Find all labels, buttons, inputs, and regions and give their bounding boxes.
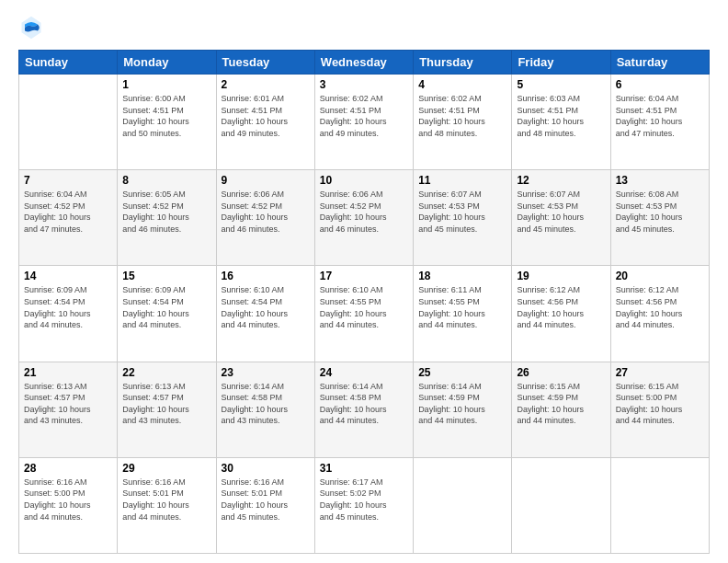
calendar-day-cell: 23Sunrise: 6:14 AM Sunset: 4:58 PM Dayli…: [216, 362, 314, 457]
day-number: 13: [616, 174, 704, 187]
calendar-day-cell: 17Sunrise: 6:10 AM Sunset: 4:55 PM Dayli…: [314, 266, 413, 362]
calendar-day-cell: 20Sunrise: 6:12 AM Sunset: 4:56 PM Dayli…: [610, 266, 709, 362]
day-number: 29: [122, 462, 210, 475]
page: SundayMondayTuesdayWednesdayThursdayFrid…: [0, 0, 728, 563]
calendar-body: 1Sunrise: 6:00 AM Sunset: 4:51 PM Daylig…: [19, 75, 710, 554]
day-detail: Sunrise: 6:13 AM Sunset: 4:57 PM Dayligh…: [122, 381, 210, 427]
day-detail: Sunrise: 6:09 AM Sunset: 4:54 PM Dayligh…: [24, 284, 112, 330]
day-number: 16: [222, 270, 310, 282]
calendar-day-cell: 26Sunrise: 6:15 AM Sunset: 4:59 PM Dayli…: [512, 362, 610, 457]
day-number: 3: [320, 78, 408, 91]
calendar-day-cell: 29Sunrise: 6:16 AM Sunset: 5:01 PM Dayli…: [118, 457, 216, 553]
day-number: 25: [418, 366, 506, 379]
logo-icon: [18, 15, 44, 40]
day-detail: Sunrise: 6:14 AM Sunset: 4:58 PM Dayligh…: [222, 381, 310, 427]
day-detail: Sunrise: 6:01 AM Sunset: 4:51 PM Dayligh…: [222, 93, 310, 139]
day-number: 31: [320, 462, 408, 475]
day-detail: Sunrise: 6:15 AM Sunset: 4:59 PM Dayligh…: [517, 381, 605, 427]
calendar-day-cell: 28Sunrise: 6:16 AM Sunset: 5:00 PM Dayli…: [19, 457, 118, 553]
day-number: 27: [616, 366, 704, 379]
calendar-header-cell: Monday: [118, 51, 216, 75]
calendar-day-cell: [512, 457, 610, 553]
calendar-day-cell: 12Sunrise: 6:07 AM Sunset: 4:53 PM Dayli…: [512, 170, 610, 266]
day-number: 30: [222, 462, 310, 475]
day-number: 15: [122, 270, 210, 282]
calendar-day-cell: 30Sunrise: 6:16 AM Sunset: 5:01 PM Dayli…: [216, 457, 314, 553]
header-row: SundayMondayTuesdayWednesdayThursdayFrid…: [19, 51, 710, 75]
calendar-week-row: 7Sunrise: 6:04 AM Sunset: 4:52 PM Daylig…: [19, 170, 710, 266]
calendar-day-cell: 22Sunrise: 6:13 AM Sunset: 4:57 PM Dayli…: [118, 362, 216, 457]
day-number: 7: [24, 174, 112, 187]
calendar-header-cell: Tuesday: [216, 51, 314, 75]
calendar-header: SundayMondayTuesdayWednesdayThursdayFrid…: [19, 51, 710, 75]
day-detail: Sunrise: 6:16 AM Sunset: 5:01 PM Dayligh…: [222, 477, 310, 523]
calendar-week-row: 1Sunrise: 6:00 AM Sunset: 4:51 PM Daylig…: [19, 75, 710, 170]
day-number: 14: [24, 270, 112, 282]
calendar-day-cell: 9Sunrise: 6:06 AM Sunset: 4:52 PM Daylig…: [216, 170, 314, 266]
day-detail: Sunrise: 6:14 AM Sunset: 4:58 PM Dayligh…: [320, 381, 408, 427]
day-detail: Sunrise: 6:12 AM Sunset: 4:56 PM Dayligh…: [616, 284, 704, 330]
header: [18, 15, 710, 40]
day-number: 5: [517, 78, 605, 91]
calendar-day-cell: 14Sunrise: 6:09 AM Sunset: 4:54 PM Dayli…: [19, 266, 118, 362]
calendar-day-cell: 27Sunrise: 6:15 AM Sunset: 5:00 PM Dayli…: [610, 362, 709, 457]
calendar-day-cell: 25Sunrise: 6:14 AM Sunset: 4:59 PM Dayli…: [414, 362, 512, 457]
day-number: 22: [122, 366, 210, 379]
calendar-day-cell: 4Sunrise: 6:02 AM Sunset: 4:51 PM Daylig…: [414, 75, 512, 170]
calendar-day-cell: 11Sunrise: 6:07 AM Sunset: 4:53 PM Dayli…: [414, 170, 512, 266]
day-detail: Sunrise: 6:09 AM Sunset: 4:54 PM Dayligh…: [122, 284, 210, 330]
day-detail: Sunrise: 6:13 AM Sunset: 4:57 PM Dayligh…: [24, 381, 112, 427]
calendar-header-cell: Saturday: [610, 51, 709, 75]
day-detail: Sunrise: 6:17 AM Sunset: 5:02 PM Dayligh…: [320, 477, 408, 523]
day-detail: Sunrise: 6:16 AM Sunset: 5:01 PM Dayligh…: [122, 477, 210, 523]
calendar-header-cell: Thursday: [414, 51, 512, 75]
calendar-day-cell: 2Sunrise: 6:01 AM Sunset: 4:51 PM Daylig…: [216, 75, 314, 170]
day-number: 26: [517, 366, 605, 379]
day-detail: Sunrise: 6:06 AM Sunset: 4:52 PM Dayligh…: [222, 189, 310, 235]
day-number: 18: [418, 270, 506, 282]
calendar-day-cell: 24Sunrise: 6:14 AM Sunset: 4:58 PM Dayli…: [314, 362, 413, 457]
calendar-day-cell: 10Sunrise: 6:06 AM Sunset: 4:52 PM Dayli…: [314, 170, 413, 266]
day-detail: Sunrise: 6:10 AM Sunset: 4:54 PM Dayligh…: [222, 284, 310, 330]
day-detail: Sunrise: 6:08 AM Sunset: 4:53 PM Dayligh…: [616, 189, 704, 235]
calendar-week-row: 28Sunrise: 6:16 AM Sunset: 5:00 PM Dayli…: [19, 457, 710, 553]
day-number: 19: [517, 270, 605, 282]
day-number: 2: [222, 78, 310, 91]
day-number: 9: [222, 174, 310, 187]
day-number: 4: [418, 78, 506, 91]
day-number: 24: [320, 366, 408, 379]
day-number: 8: [122, 174, 210, 187]
calendar-day-cell: 16Sunrise: 6:10 AM Sunset: 4:54 PM Dayli…: [216, 266, 314, 362]
day-detail: Sunrise: 6:07 AM Sunset: 4:53 PM Dayligh…: [517, 189, 605, 235]
day-detail: Sunrise: 6:07 AM Sunset: 4:53 PM Dayligh…: [418, 189, 506, 235]
day-detail: Sunrise: 6:04 AM Sunset: 4:52 PM Dayligh…: [24, 189, 112, 235]
day-detail: Sunrise: 6:06 AM Sunset: 4:52 PM Dayligh…: [320, 189, 408, 235]
day-detail: Sunrise: 6:00 AM Sunset: 4:51 PM Dayligh…: [122, 93, 210, 139]
calendar-week-row: 21Sunrise: 6:13 AM Sunset: 4:57 PM Dayli…: [19, 362, 710, 457]
day-detail: Sunrise: 6:02 AM Sunset: 4:51 PM Dayligh…: [418, 93, 506, 139]
calendar-day-cell: 13Sunrise: 6:08 AM Sunset: 4:53 PM Dayli…: [610, 170, 709, 266]
day-number: 23: [222, 366, 310, 379]
calendar-table: SundayMondayTuesdayWednesdayThursdayFrid…: [18, 50, 710, 554]
calendar-day-cell: [19, 75, 118, 170]
day-detail: Sunrise: 6:04 AM Sunset: 4:51 PM Dayligh…: [616, 93, 704, 139]
day-detail: Sunrise: 6:15 AM Sunset: 5:00 PM Dayligh…: [616, 381, 704, 427]
calendar-header-cell: Wednesday: [314, 51, 413, 75]
day-number: 20: [616, 270, 704, 282]
calendar-day-cell: [610, 457, 709, 553]
day-detail: Sunrise: 6:05 AM Sunset: 4:52 PM Dayligh…: [122, 189, 210, 235]
calendar-day-cell: 8Sunrise: 6:05 AM Sunset: 4:52 PM Daylig…: [118, 170, 216, 266]
calendar-day-cell: 5Sunrise: 6:03 AM Sunset: 4:51 PM Daylig…: [512, 75, 610, 170]
logo: [18, 15, 48, 40]
calendar-header-cell: Sunday: [19, 51, 118, 75]
day-detail: Sunrise: 6:14 AM Sunset: 4:59 PM Dayligh…: [418, 381, 506, 427]
day-detail: Sunrise: 6:16 AM Sunset: 5:00 PM Dayligh…: [24, 477, 112, 523]
calendar-day-cell: 18Sunrise: 6:11 AM Sunset: 4:55 PM Dayli…: [414, 266, 512, 362]
day-number: 21: [24, 366, 112, 379]
day-detail: Sunrise: 6:11 AM Sunset: 4:55 PM Dayligh…: [418, 284, 506, 330]
day-number: 28: [24, 462, 112, 475]
day-number: 12: [517, 174, 605, 187]
calendar-day-cell: 21Sunrise: 6:13 AM Sunset: 4:57 PM Dayli…: [19, 362, 118, 457]
day-detail: Sunrise: 6:12 AM Sunset: 4:56 PM Dayligh…: [517, 284, 605, 330]
calendar-day-cell: 1Sunrise: 6:00 AM Sunset: 4:51 PM Daylig…: [118, 75, 216, 170]
